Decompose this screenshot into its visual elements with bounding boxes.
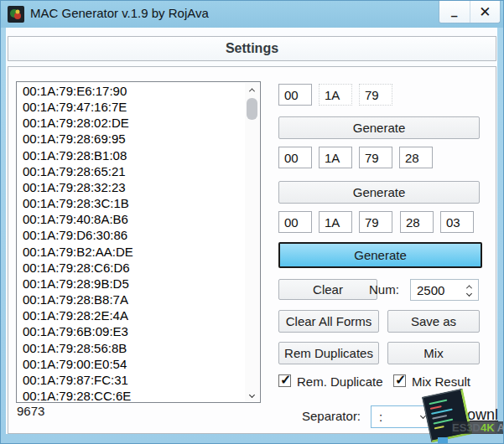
- octet-input-3-1[interactable]: [278, 211, 312, 233]
- list-item[interactable]: 00:1A:79:87:FC:31: [17, 372, 245, 388]
- octet-input-3-4[interactable]: [400, 211, 434, 233]
- watermark-text: ES3D4K APPS: [452, 421, 504, 434]
- spinner-arrows: [463, 281, 475, 299]
- list-item[interactable]: 00:1A:79:00:E0:54: [17, 356, 245, 372]
- mac-listbox[interactable]: 00:1A:79:E6:17:9000:1A:79:47:16:7E00:1A:…: [16, 81, 261, 403]
- window-title: MAC Generator v.1.9 by RojAva: [30, 6, 209, 20]
- octet-input-1-2[interactable]: [319, 84, 352, 106]
- octet-input-3-3[interactable]: [359, 211, 392, 233]
- num-label: Num:: [369, 282, 399, 297]
- list-item[interactable]: 00:1A:79:28:32:23: [17, 179, 245, 195]
- caption-buttons: – ✕: [439, 1, 501, 23]
- clear-button-label: Clear: [313, 282, 343, 297]
- separator-value: :: [379, 410, 382, 424]
- rem-duplicates-label: Rem Duplicates: [284, 346, 373, 360]
- list-item[interactable]: 00:1A:79:B2:AA:DE: [17, 244, 245, 260]
- settings-label: Settings: [226, 41, 278, 56]
- list-item[interactable]: 00:1A:79:28:02:DE: [17, 115, 245, 131]
- generate-button-3[interactable]: Generate: [278, 242, 482, 268]
- list-item[interactable]: 00:1A:79:47:16:7E: [17, 99, 245, 115]
- num-input[interactable]: [411, 280, 460, 300]
- clear-button[interactable]: Clear: [278, 279, 377, 300]
- list-item[interactable]: 00:1A:79:D6:30:86: [17, 227, 245, 243]
- generate-button-1[interactable]: Generate: [278, 116, 480, 139]
- rem-duplicate-checkbox-label: Rem. Duplicate: [297, 374, 383, 389]
- watermark-text-left: ES3D: [452, 421, 481, 434]
- generate-button-2[interactable]: Generate: [278, 181, 480, 204]
- list-item[interactable]: 00:1A:79:28:65:21: [17, 163, 245, 179]
- octet-input-2-2[interactable]: [319, 147, 352, 168]
- octet-input-2-4[interactable]: [399, 147, 433, 168]
- chevron-up-icon: [249, 88, 255, 94]
- clear-all-forms-button[interactable]: Clear All Forms: [278, 310, 379, 333]
- list-item[interactable]: 00:1A:79:E6:17:90: [17, 83, 245, 99]
- separator-label: Separator:: [302, 409, 361, 423]
- save-as-label: Save as: [411, 314, 456, 328]
- watermark-monitor-stand: [438, 437, 448, 444]
- close-icon: ✕: [479, 3, 491, 21]
- minimize-button[interactable]: –: [439, 1, 470, 23]
- spin-down-icon[interactable]: [465, 290, 471, 296]
- mac-list: 00:1A:79:E6:17:9000:1A:79:47:16:7E00:1A:…: [17, 83, 245, 403]
- octet-input-3-5[interactable]: [440, 211, 474, 233]
- scrollbar-thumb[interactable]: [247, 98, 257, 120]
- list-item[interactable]: 00:1A:79:28:B8:7A: [17, 292, 245, 307]
- list-item[interactable]: 00:1A:79:28:69:95: [17, 131, 245, 147]
- octet-input-2-3[interactable]: [359, 147, 392, 168]
- list-item[interactable]: 00:1A:79:28:56:8B: [17, 340, 245, 356]
- app-window: MAC Generator v.1.9 by RojAva – ✕ Settin…: [0, 0, 504, 444]
- generate-button-3-label: Generate: [354, 248, 407, 262]
- app-icon[interactable]: [8, 6, 24, 23]
- octet-input-1-3[interactable]: [359, 84, 392, 106]
- generate-button-2-label: Generate: [353, 185, 406, 199]
- list-item[interactable]: 00:1A:79:28:C6:D6: [17, 260, 245, 276]
- minimize-icon: –: [451, 8, 458, 23]
- list-item[interactable]: 00:1A:79:28:3C:1B: [17, 195, 245, 211]
- save-as-button[interactable]: Save as: [387, 310, 480, 333]
- mix-result-checkbox-label: Mix Result: [412, 374, 470, 389]
- titlebar[interactable]: MAC Generator v.1.9 by RojAva – ✕: [1, 1, 504, 28]
- chevron-down-icon: [249, 391, 255, 397]
- list-item[interactable]: 00:1A:79:28:9B:D5: [17, 276, 245, 292]
- mac-count: 9673: [17, 404, 44, 418]
- settings-button[interactable]: Settings: [8, 36, 496, 61]
- octet-input-2-1[interactable]: [278, 147, 312, 168]
- generate-button-1-label: Generate: [353, 121, 406, 135]
- close-button[interactable]: ✕: [470, 1, 501, 23]
- mix-button[interactable]: Mix: [387, 342, 480, 364]
- scroll-down-button[interactable]: [245, 388, 259, 401]
- rem-duplicate-checkbox[interactable]: [278, 374, 291, 387]
- scrollbar[interactable]: [245, 83, 259, 401]
- num-spinner: [410, 279, 479, 301]
- list-item[interactable]: 00:1A:79:40:8A:B6: [17, 211, 245, 227]
- clear-all-forms-label: Clear All Forms: [286, 314, 372, 328]
- list-item[interactable]: 00:1A:79:28:CC:6E: [17, 388, 245, 403]
- rem-duplicates-button[interactable]: Rem Duplicates: [278, 342, 379, 364]
- scroll-up-button[interactable]: [245, 83, 259, 96]
- main-panel: 00:1A:79:E6:17:9000:1A:79:47:16:7E00:1A:…: [8, 66, 496, 434]
- octet-input-1-1[interactable]: [278, 84, 312, 106]
- list-item[interactable]: 00:1A:79:28:2E:4A: [17, 307, 245, 323]
- octet-input-3-2[interactable]: [319, 211, 352, 233]
- list-item[interactable]: 00:1A:79:28:B1:08: [17, 147, 245, 163]
- watermark-text-4k: 4K: [481, 421, 495, 434]
- watermark-text-apps: APPS: [497, 421, 504, 434]
- list-item[interactable]: 00:1A:79:6B:09:E3: [17, 323, 245, 339]
- mix-result-checkbox[interactable]: [393, 374, 406, 387]
- mix-label: Mix: [423, 346, 443, 360]
